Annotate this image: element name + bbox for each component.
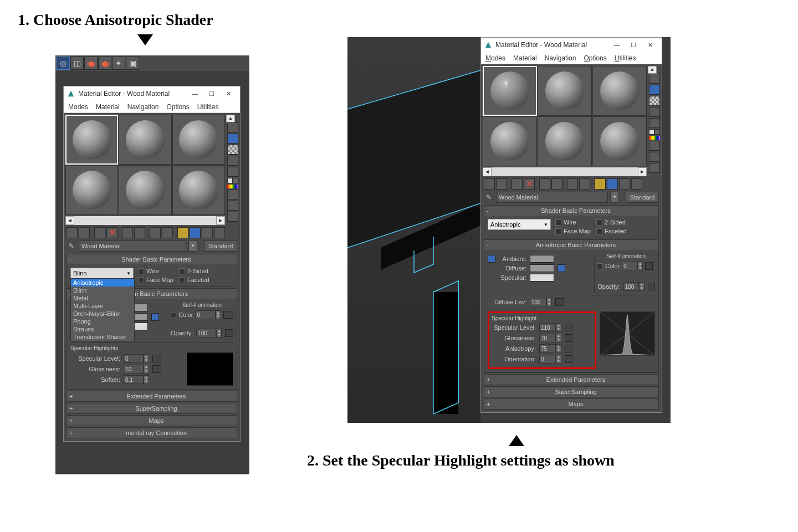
side-gray[interactable] (233, 178, 238, 183)
side-tool-8[interactable] (227, 201, 238, 211)
rollout-head-supersampling[interactable]: +SuperSampling (67, 403, 237, 413)
difflev-input[interactable] (530, 298, 546, 306)
selfillum-input[interactable] (622, 262, 637, 270)
difflev-spinner[interactable]: ▲▼ (530, 298, 552, 306)
opacity-map[interactable] (225, 329, 233, 337)
side-rainbow[interactable] (227, 185, 238, 188)
sample-slot-2[interactable] (538, 66, 592, 116)
sample-hscrollbar[interactable]: ◄► (65, 216, 225, 225)
aniso-input[interactable] (539, 344, 556, 353)
toolbar-teapot-2[interactable]: 🫖 (98, 57, 111, 70)
facemap-checkbox[interactable]: Face Map (138, 277, 173, 283)
faceted-checkbox[interactable]: Faceted (596, 228, 632, 234)
rollout-head-extended[interactable]: +Extended Parameters (484, 375, 658, 385)
orient-spinner[interactable]: ▲▼ (539, 355, 561, 364)
sample-slot-4[interactable] (65, 165, 118, 215)
mat-tool[interactable] (551, 178, 562, 190)
side-tool-7[interactable] (227, 190, 238, 200)
selfillum-color-check[interactable]: Color ▲▼ (597, 262, 655, 270)
sample-slot-4[interactable] (483, 116, 537, 166)
minimize-button[interactable]: — (187, 88, 203, 99)
specular-swatch[interactable] (530, 274, 554, 282)
rollout-head-shader-basic[interactable]: - Shader Basic Parameters (67, 254, 237, 264)
shader-opt-strauss[interactable]: Strauss (71, 325, 134, 333)
mat-tool[interactable] (607, 178, 618, 190)
side-tool[interactable] (649, 163, 660, 173)
wire-checkbox[interactable]: Wire (138, 268, 173, 274)
mat-tool-11[interactable] (202, 227, 213, 238)
speclevel-input[interactable] (539, 323, 556, 332)
mat-tool-2[interactable] (79, 227, 90, 238)
opacity-input[interactable] (623, 282, 639, 291)
side-tool-9[interactable] (227, 212, 238, 222)
side-tool[interactable] (654, 129, 660, 135)
menu-material[interactable]: Material (513, 54, 537, 62)
side-tool[interactable] (649, 96, 660, 106)
speclevel-spinner[interactable]: ▲▼ (124, 354, 149, 363)
selfillum-map[interactable] (645, 262, 653, 270)
shader-opt-multilayer[interactable]: Multi-Layer (71, 302, 134, 310)
faceted-checkbox[interactable]: Faceted (179, 277, 214, 283)
shader-opt-phong[interactable]: Phong (71, 318, 134, 325)
eyedropper-icon[interactable]: ✎ (66, 241, 76, 251)
mat-tool[interactable] (619, 178, 630, 190)
sample-slot-3[interactable] (592, 66, 647, 116)
mat-tool-1[interactable] (66, 227, 78, 238)
shader-opt-blinn[interactable]: Blinn (71, 287, 134, 294)
close-button[interactable]: ✕ (642, 39, 658, 50)
selfillum-color-check[interactable]: Color ▲▼ (171, 310, 233, 319)
gloss-spinner[interactable]: ▲▼ (124, 365, 149, 374)
side-tool-4[interactable] (227, 156, 238, 166)
material-name-input[interactable] (496, 192, 608, 203)
side-tool[interactable] (649, 129, 654, 135)
menu-modes[interactable]: Modes (485, 54, 505, 62)
mat-tool-8[interactable] (162, 227, 173, 238)
shader-dropdown[interactable]: Anisotropic ▼ (488, 219, 551, 230)
difflev-map[interactable] (555, 298, 564, 306)
2sided-checkbox[interactable]: 2-Sided (596, 219, 632, 226)
rollout-head-maps[interactable]: +Maps (67, 416, 237, 426)
shader-opt-anisotropic[interactable]: Anisotropic (71, 279, 134, 287)
mat-tool[interactable] (539, 178, 550, 190)
2sided-checkbox[interactable]: 2-Sided (179, 268, 214, 274)
mat-tool[interactable] (595, 178, 606, 190)
speclevel-input[interactable] (124, 354, 144, 363)
side-white[interactable] (227, 178, 233, 183)
sample-slot-5[interactable] (538, 116, 592, 166)
side-tool[interactable] (649, 107, 660, 117)
gloss-spinner[interactable]: ▲▼ (539, 334, 561, 342)
facemap-checkbox[interactable]: Face Map (555, 228, 591, 234)
mat-tool-5[interactable] (122, 227, 133, 238)
reset-button[interactable]: ✕ (524, 178, 535, 190)
shader-opt-orennayar[interactable]: Oren-Nayar-Blinn (71, 310, 134, 318)
orient-map[interactable] (565, 355, 572, 363)
reset-button[interactable]: ✕ (106, 227, 117, 238)
sample-slot-6[interactable] (172, 165, 225, 215)
rollout-head-mental[interactable]: +mental ray Connection (67, 428, 237, 438)
side-tool[interactable] (649, 152, 660, 162)
menu-material[interactable]: Material (96, 103, 120, 111)
selfillum-map[interactable] (223, 311, 233, 319)
selfillum-spinner[interactable]: ▲▼ (622, 262, 643, 270)
material-type-button[interactable]: Standard (204, 241, 237, 252)
speclevel-spinner[interactable]: ▲▼ (539, 323, 561, 332)
opacity-input[interactable] (196, 329, 216, 337)
soften-spinner[interactable]: ▲▼ (124, 375, 149, 384)
rollout-head-shader[interactable]: -Shader Basic Parameters (484, 206, 658, 216)
menu-modes[interactable]: Modes (68, 103, 88, 111)
mat-tool-7[interactable] (150, 227, 161, 238)
mat-tool-3[interactable] (94, 227, 105, 238)
eyedropper-icon[interactable]: ✎ (484, 192, 494, 202)
maximize-button[interactable]: ☐ (203, 88, 220, 99)
material-type-button[interactable]: Standard (626, 192, 659, 203)
menu-utilities[interactable]: Utilities (615, 54, 636, 62)
toolbar-btn-2[interactable]: ◫ (70, 57, 84, 70)
toolbar-teapot-1[interactable]: 🫖 (84, 57, 98, 70)
mat-tool[interactable] (579, 178, 590, 190)
shader-opt-translucent[interactable]: Translucent Shader (71, 333, 134, 341)
side-tool[interactable] (649, 141, 660, 151)
speclevel-map[interactable] (152, 355, 161, 362)
menu-navigation[interactable]: Navigation (545, 54, 576, 62)
material-name-input[interactable] (79, 241, 186, 252)
side-tool-5[interactable] (227, 167, 238, 177)
